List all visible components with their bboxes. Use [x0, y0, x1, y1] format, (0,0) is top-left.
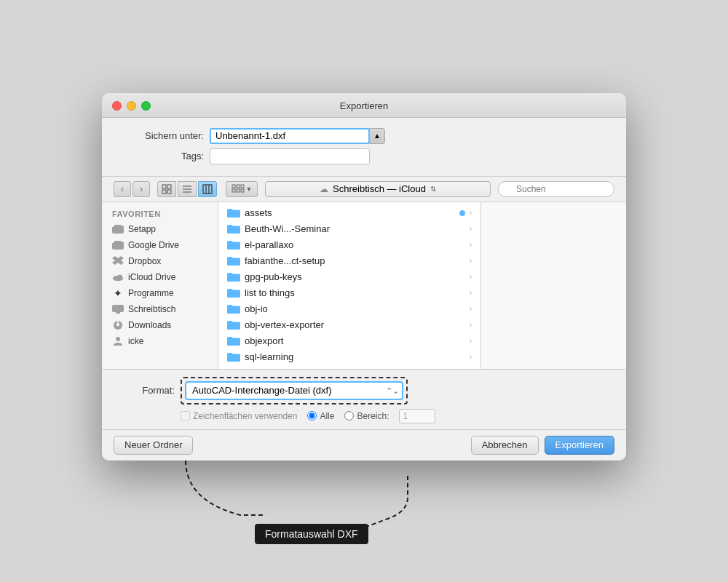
options-row: Zeichenflächen verwenden Alle Bereich:: [116, 409, 612, 423]
radio-all-input[interactable]: [307, 411, 317, 420]
svg-rect-15: [241, 189, 244, 192]
range-input[interactable]: [399, 409, 435, 423]
file-item-objexport[interactable]: objexport ›: [218, 333, 480, 349]
file-name-sql: sql-learning: [245, 351, 470, 362]
sidebar-item-schreibtisch[interactable]: Schreibtisch: [102, 301, 218, 317]
minimize-button[interactable]: [127, 101, 136, 111]
file-item-assets[interactable]: assets ›: [218, 205, 480, 221]
column-view-button[interactable]: [198, 181, 217, 197]
action-buttons: Abbrechen Exportieren: [471, 436, 614, 455]
svg-rect-14: [237, 189, 240, 192]
status-dot-assets: [459, 210, 465, 216]
svg-point-19: [117, 274, 122, 279]
file-name-assets: assets: [245, 207, 459, 218]
svg-rect-2: [162, 190, 166, 194]
sidebar-label-setapp: Setapp: [128, 224, 156, 234]
right-panel: [480, 202, 626, 369]
location-dropdown[interactable]: ☁ Schreibtisch — iCloud ⇅: [265, 181, 491, 197]
filename-input[interactable]: [210, 128, 370, 144]
zeichenflaechen-checkbox[interactable]: [181, 411, 190, 420]
export-button[interactable]: Exportieren: [545, 436, 614, 455]
new-folder-button[interactable]: Neuer Ordner: [114, 436, 193, 455]
file-name-objvertex: obj-vertex-exporter: [245, 319, 470, 330]
gallery-view-button[interactable]: ▼: [226, 181, 258, 197]
maximize-button[interactable]: [141, 101, 151, 111]
file-name-objio: obj-io: [245, 303, 470, 314]
search-wrapper: 🔍: [498, 181, 614, 197]
sidebar-item-googledrive[interactable]: Google Drive: [102, 237, 218, 253]
save-label: Sichern unter:: [116, 130, 204, 141]
radio-all-label: Alle: [320, 411, 334, 421]
schreibtisch-icon: [112, 303, 124, 315]
sidebar-item-setapp[interactable]: Setapp: [102, 221, 218, 237]
annotation-text: Formatauswahl DXF: [265, 528, 358, 540]
sidebar-item-dropbox[interactable]: Dropbox: [102, 253, 218, 269]
annotation-box: Formatauswahl DXF: [255, 524, 368, 544]
setapp-icon: [112, 223, 124, 235]
search-input[interactable]: [498, 181, 614, 197]
forward-button[interactable]: ›: [132, 181, 150, 197]
nav-buttons: ‹ ›: [114, 181, 150, 197]
arrow-objio: ›: [470, 305, 472, 313]
file-item-gpg[interactable]: gpg-pub-keys ›: [218, 269, 480, 285]
file-item-list-things[interactable]: list to things ›: [218, 285, 480, 301]
radio-range[interactable]: Bereich:: [344, 411, 389, 421]
annotation-label-container: Formatauswahl DXF: [255, 524, 368, 544]
file-item-objio[interactable]: obj-io ›: [218, 301, 480, 317]
arrow-list-things: ›: [470, 289, 472, 297]
format-select[interactable]: AutoCAD-Interchange-Datei (dxf)PDFSVGPNG…: [185, 381, 403, 400]
arrow-objvertex: ›: [470, 321, 472, 329]
list-view-button[interactable]: [178, 181, 197, 197]
file-name-list-things: list to things: [245, 287, 470, 298]
svg-rect-12: [241, 185, 244, 188]
programme-icon: ✦: [112, 287, 124, 299]
folder-icon-objio: [227, 303, 240, 316]
format-select-wrapper: AutoCAD-Interchange-Datei (dxf)PDFSVGPNG…: [185, 381, 403, 400]
expand-button[interactable]: ▲: [369, 128, 385, 144]
file-item-objvertex[interactable]: obj-vertex-exporter ›: [218, 317, 480, 333]
filename-field-group: ▲: [210, 128, 385, 144]
cancel-button[interactable]: Abbrechen: [471, 436, 539, 455]
export-dialog: Exportieren Sichern unter: ▲ Tags: ‹ ›: [102, 93, 626, 461]
dialog-title: Exportieren: [340, 100, 388, 111]
format-section: Format: AutoCAD-Interchange-Datei (dxf)P…: [102, 370, 626, 430]
sidebar-label-googledrive: Google Drive: [128, 240, 179, 250]
file-item-fabianthe[interactable]: fabianthe...ct-setup ›: [218, 253, 480, 269]
checkbox-zeichenflaechen[interactable]: Zeichenflächen verwenden: [181, 411, 297, 421]
sidebar-item-icke[interactable]: icke: [102, 333, 218, 349]
folder-icon-gpg: [227, 271, 240, 284]
arrow-beuth: ›: [470, 225, 472, 233]
file-name-beuth: Beuth-Wi...-Seminar: [245, 223, 470, 234]
radio-all[interactable]: Alle: [307, 411, 334, 421]
svg-rect-10: [232, 185, 235, 188]
sidebar-item-programme[interactable]: ✦ Programme: [102, 285, 218, 301]
folder-icon-texexp: [227, 367, 240, 369]
sidebar-item-icloud[interactable]: iCloud Drive: [102, 269, 218, 285]
downloads-icon: [112, 319, 124, 331]
view-buttons: [157, 181, 217, 197]
file-item-texexp[interactable]: texexp-alfred3 ›: [218, 365, 480, 369]
radio-range-input[interactable]: [344, 411, 354, 420]
folder-icon-beuth: [227, 223, 240, 236]
svg-rect-13: [232, 189, 235, 192]
folder-icon-sql: [227, 351, 240, 364]
svg-marker-16: [112, 256, 124, 265]
folder-icon-objvertex: [227, 319, 240, 332]
close-button[interactable]: [112, 101, 122, 111]
file-name-gpg: gpg-pub-keys: [245, 271, 470, 282]
icon-view-button[interactable]: [157, 181, 176, 197]
tags-row: Tags:: [116, 148, 612, 164]
arrow-fabianthe: ›: [470, 257, 472, 265]
traffic-lights: [112, 101, 151, 111]
sidebar-label-icloud: iCloud Drive: [128, 272, 175, 282]
back-button[interactable]: ‹: [114, 181, 131, 197]
file-item-beuth[interactable]: Beuth-Wi...-Seminar ›: [218, 221, 480, 237]
googledrive-icon: [112, 239, 124, 251]
file-item-sql[interactable]: sql-learning ›: [218, 349, 480, 365]
tags-input[interactable]: [210, 148, 370, 164]
folder-icon-fabianthe: [227, 255, 240, 268]
arrow-objexport: ›: [470, 337, 472, 345]
sidebar-item-downloads[interactable]: Downloads: [102, 317, 218, 333]
file-item-parallaxo[interactable]: el-parallaxo ›: [218, 237, 480, 253]
annotation-arrow-svg: [349, 476, 466, 541]
